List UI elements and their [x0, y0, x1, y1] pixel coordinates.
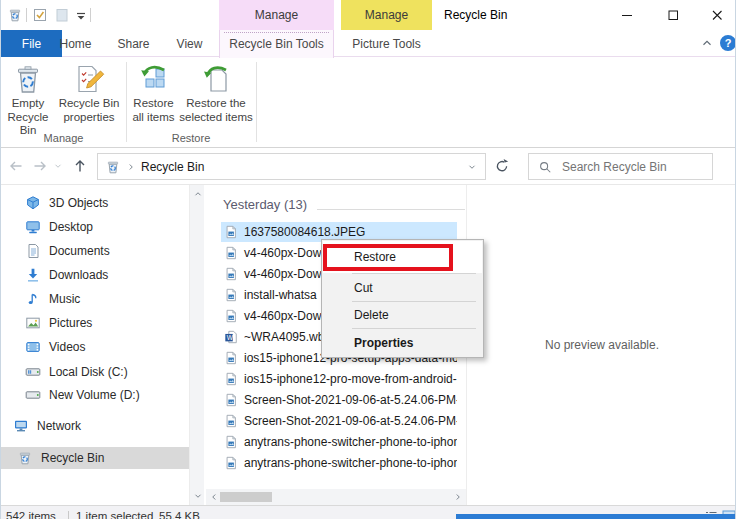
sidebar-item-recycle-bin[interactable]: Recycle Bin [1, 447, 189, 469]
group-header[interactable]: Yesterday (13) [223, 197, 307, 212]
menu-item-cut[interactable]: Cut [323, 276, 482, 300]
sidebar-item-label: Network [37, 419, 81, 433]
preview-message: No preview available. [545, 338, 659, 352]
restore-selected-items-button[interactable]: Restore theselected items [178, 60, 254, 140]
filelist-horizontal-scrollbar[interactable] [206, 489, 466, 505]
videos-icon [25, 339, 41, 355]
refresh-button[interactable] [491, 155, 513, 177]
scroll-down-icon[interactable] [193, 491, 203, 501]
sidebar-item-music[interactable]: Music [25, 288, 187, 310]
customize-quick-access-icon [73, 7, 89, 23]
file-name: install-whatsa [244, 288, 317, 302]
file-row[interactable]: Screen-Shot-2021-09-06-at-5.24.06-PM-10 [221, 390, 457, 410]
sidebar-item-label: Desktop [49, 220, 93, 234]
tab-share[interactable]: Share [106, 30, 161, 57]
file-name: Screen-Shot-2021-09-06-at-5.24.06-PM-10 [244, 393, 457, 407]
main-content: 3D Objects Desktop Documents Downloads M… [1, 185, 736, 505]
menu-divider [352, 301, 476, 302]
recycle-bin-icon [105, 159, 121, 175]
tab-view[interactable]: View [162, 30, 217, 57]
breadcrumb[interactable]: Recycle Bin [141, 160, 204, 174]
restore-all-items-button[interactable]: Restoreall items [129, 60, 178, 140]
file-row[interactable]: ios15-iphone12-pro-move-from-android- [221, 369, 457, 389]
button-label: Restore theselected items [179, 97, 253, 124]
qat-new-item-button[interactable] [52, 5, 72, 25]
sidebar-item-3d-objects[interactable]: 3D Objects [25, 192, 187, 214]
collapse-ribbon-button[interactable] [700, 36, 714, 50]
file-name: v4-460px-Dow [244, 246, 321, 260]
arrow-right-icon [32, 158, 48, 174]
menu-item-delete[interactable]: Delete [323, 303, 482, 327]
tab-recycle-bin-tools[interactable]: Recycle Bin Tools [219, 30, 334, 58]
button-label: Recycle Binproperties [59, 97, 120, 124]
status-divider [68, 511, 69, 519]
help-button[interactable]: ? [720, 35, 736, 51]
sidebar-item-desktop[interactable]: Desktop [25, 216, 187, 238]
selection-info: 1 item selected [76, 510, 153, 519]
3d-objects-icon [25, 195, 41, 211]
qat-divider [26, 8, 27, 22]
empty-recycle-bin-button[interactable]: EmptyRecycle Bin [3, 60, 53, 140]
address-bar[interactable]: Recycle Bin [97, 153, 486, 180]
window-title: Recycle Bin [444, 8, 507, 22]
scrollbar-thumb[interactable] [220, 492, 272, 502]
ribbon: EmptyRecycle Bin Recycle Binproperties M… [1, 58, 736, 148]
sidebar-item-documents[interactable]: Documents [25, 240, 187, 262]
minimize-button[interactable] [604, 0, 650, 30]
new-item-disabled-icon [54, 7, 70, 23]
sidebar-item-downloads[interactable]: Downloads [25, 264, 187, 286]
sidebar-item-local-disk-c[interactable]: Local Disk (C:) [25, 361, 187, 383]
scroll-left-icon[interactable] [209, 492, 219, 502]
scroll-up-icon[interactable] [193, 189, 203, 199]
address-dropdown-icon[interactable] [467, 162, 477, 172]
button-label: Restoreall items [132, 97, 174, 124]
forward-button[interactable] [29, 155, 51, 177]
sidebar-item-videos[interactable]: Videos [25, 336, 187, 358]
back-button[interactable] [5, 155, 27, 177]
recent-locations-button[interactable] [51, 155, 65, 177]
local-disk-icon [25, 364, 41, 380]
sidebar-item-label: 3D Objects [49, 196, 108, 210]
recycle-bin-properties-button[interactable]: Recycle Binproperties [54, 60, 124, 140]
sidebar-scrollbar[interactable] [189, 185, 204, 505]
menu-item-properties[interactable]: Properties [323, 330, 482, 356]
contextual-header-picture-tools: Manage [341, 0, 432, 30]
up-button[interactable] [69, 155, 91, 177]
file-row[interactable]: Screen-Shot-2021-09-06-at-5.24.06-PM-10 [221, 411, 457, 431]
desktop-icon [25, 219, 41, 235]
file-row[interactable]: anytrans-phone-switcher-phone-to-iphon [221, 453, 457, 473]
search-input[interactable] [560, 159, 719, 175]
maximize-button[interactable] [650, 0, 696, 30]
file-row[interactable]: anytrans-phone-switcher-phone-to-iphon [221, 432, 457, 452]
menu-divider [352, 273, 476, 274]
minimize-icon [619, 7, 635, 23]
scroll-right-icon[interactable] [453, 492, 463, 502]
properties-check-icon [32, 7, 48, 23]
file-name: ~WRA4095.wb [244, 330, 324, 344]
restore-all-items-icon [138, 63, 170, 95]
restore-selected-items-icon [200, 63, 232, 95]
preview-pane: No preview available. [467, 185, 736, 505]
contextual-header-recycle-bin-tools: Manage [219, 0, 334, 30]
sidebar-item-new-volume-d[interactable]: New Volume (D:) [25, 384, 187, 406]
file-name: ios15-iphone12-pro-move-from-android- [244, 372, 457, 386]
sidebar-item-pictures[interactable]: Pictures [25, 312, 187, 334]
image-file-icon [224, 456, 238, 470]
tab-home[interactable]: Home [48, 30, 103, 57]
tab-picture-tools[interactable]: Picture Tools [341, 30, 432, 57]
sidebar-item-network[interactable]: Network [13, 415, 175, 437]
qat-divider [90, 8, 91, 22]
qat-customize-button[interactable] [71, 5, 91, 25]
sidebar-item-label: Recycle Bin [41, 451, 104, 465]
file-name: v4-460px-Dow [244, 309, 321, 323]
contextual-header-label: Manage [365, 8, 408, 22]
address-toolbar: Recycle Bin [1, 149, 736, 185]
qat-properties-button[interactable] [30, 5, 50, 25]
image-file-icon [224, 225, 238, 239]
image-file-icon [224, 435, 238, 449]
music-icon [25, 291, 41, 307]
group-header-line [317, 209, 465, 210]
network-icon [13, 418, 29, 434]
file-name: anytrans-phone-switcher-phone-to-iphon [244, 456, 457, 470]
close-button[interactable] [696, 0, 736, 30]
